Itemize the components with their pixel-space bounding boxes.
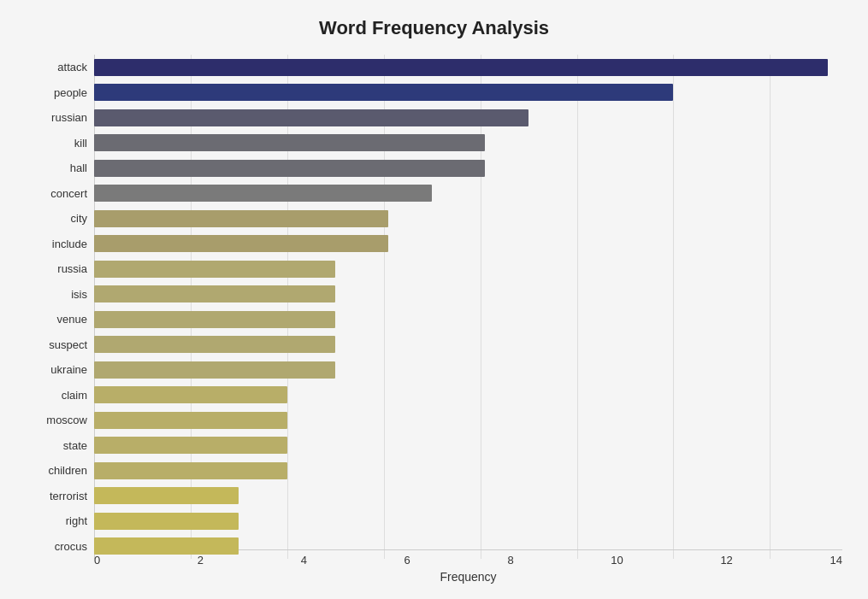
plot-area — [94, 55, 842, 559]
y-label-right: right — [66, 510, 87, 532]
y-label-attack: attack — [57, 56, 87, 79]
y-label-ukraine: ukraine — [50, 359, 87, 381]
grid-line-12 — [673, 55, 674, 559]
grid-line-10 — [577, 55, 578, 559]
bar-row-claim — [94, 384, 842, 406]
bar-row-attack — [94, 56, 842, 79]
y-label-city: city — [71, 208, 88, 230]
chart-title: Word Frequency Analysis — [26, 17, 842, 39]
y-label-hall: hall — [70, 157, 87, 179]
bar-row-venue — [94, 308, 842, 331]
bar-terrorist — [94, 487, 239, 504]
bar-russian — [94, 109, 528, 126]
y-label-include: include — [52, 232, 87, 255]
bar-row-russian — [94, 107, 842, 129]
bar-row-kill — [94, 132, 842, 154]
grid-line-0 — [94, 55, 95, 559]
bar-right — [94, 513, 239, 530]
y-label-children: children — [48, 460, 87, 482]
bar-row-terrorist — [94, 484, 842, 507]
grid-line-2 — [191, 55, 192, 559]
bar-crocus — [94, 537, 239, 555]
x-axis-title: Frequency — [94, 570, 842, 584]
y-label-terrorist: terrorist — [50, 484, 87, 507]
bar-moscow — [94, 412, 287, 429]
bar-row-suspect — [94, 333, 842, 355]
y-label-crocus: crocus — [55, 535, 87, 557]
bar-row-children — [94, 460, 842, 482]
bar-row-people — [94, 81, 842, 103]
y-label-isis: isis — [71, 283, 87, 305]
y-label-venue: venue — [57, 308, 87, 331]
bar-claim — [94, 386, 287, 403]
bar-concert — [94, 185, 432, 202]
bar-row-isis — [94, 283, 842, 305]
y-label-people: people — [54, 81, 87, 103]
y-label-state: state — [63, 434, 87, 456]
bar-attack — [94, 59, 828, 76]
bar-include — [94, 235, 388, 252]
bar-row-include — [94, 232, 842, 255]
bar-children — [94, 462, 287, 479]
y-axis: attackpeoplerussiankillhallconcertcityin… — [26, 55, 94, 559]
y-label-claim: claim — [62, 384, 87, 406]
bar-row-state — [94, 434, 842, 456]
bar-row-crocus — [94, 535, 842, 557]
grid-line-4 — [287, 55, 288, 559]
bar-row-moscow — [94, 409, 842, 432]
bar-russia — [94, 261, 335, 278]
grid-line-6 — [384, 55, 385, 559]
bar-hall — [94, 160, 485, 177]
y-label-russian: russian — [51, 107, 87, 129]
y-label-concert: concert — [50, 182, 87, 204]
y-label-russia: russia — [57, 258, 87, 280]
bar-ukraine — [94, 361, 335, 379]
bar-isis — [94, 285, 335, 302]
bar-row-concert — [94, 182, 842, 204]
grid-line-8 — [481, 55, 481, 559]
y-label-suspect: suspect — [49, 333, 87, 355]
bar-row-right — [94, 510, 842, 532]
chart-container: Word Frequency Analysis attackpeopleruss… — [0, 0, 868, 599]
bar-suspect — [94, 336, 335, 353]
bar-row-city — [94, 208, 842, 230]
bar-row-russia — [94, 258, 842, 280]
bar-people — [94, 84, 673, 101]
bar-row-hall — [94, 157, 842, 179]
bar-state — [94, 437, 287, 454]
grid-line-14 — [770, 55, 771, 559]
bar-row-ukraine — [94, 359, 842, 381]
bar-city — [94, 210, 388, 227]
y-label-kill: kill — [74, 132, 87, 154]
bar-venue — [94, 311, 335, 328]
y-label-moscow: moscow — [46, 409, 87, 432]
bar-kill — [94, 134, 485, 151]
